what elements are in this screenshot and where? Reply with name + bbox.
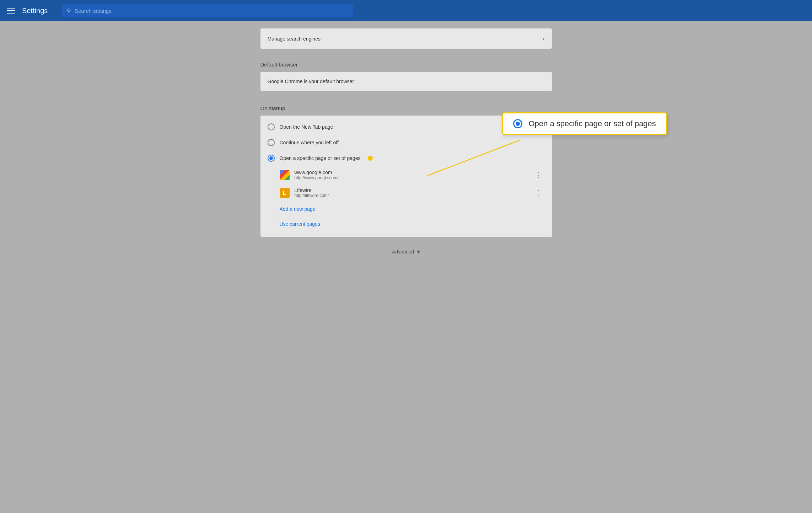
site-entry-lifewire: L Lifewire http://lifewire.com/ ⋮ <box>260 184 552 202</box>
callout-marker <box>368 156 373 161</box>
radio-label-new-tab: Open the New Tab page <box>280 124 333 130</box>
radio-label-specific: Open a specific page or set of pages <box>280 155 361 161</box>
callout-container: Open a specific page or set of pages <box>502 112 667 135</box>
google-favicon <box>280 170 290 180</box>
chevron-right-icon: › <box>543 35 545 42</box>
lifewire-favicon: L <box>280 188 290 198</box>
lifewire-site-name: Lifewire <box>295 187 528 193</box>
add-new-page-row: Add a new page <box>260 202 552 217</box>
advanced-chevron-icon: ▾ <box>417 248 420 256</box>
use-current-pages-row: Use current pages <box>260 217 552 231</box>
google-site-info: www.google.com http://www.google.com/ <box>295 170 528 180</box>
radio-row-specific[interactable]: Open a specific page or set of pages <box>260 150 552 166</box>
on-startup-section: On startup Open the New Tab page Continu… <box>260 98 552 237</box>
lifewire-more-options[interactable]: ⋮ <box>533 187 545 198</box>
advanced-section[interactable]: Advanced ▾ <box>392 237 420 266</box>
manage-search-engines-label: Manage search engines <box>268 36 321 42</box>
manage-search-engines-card: Manage search engines › <box>260 28 552 49</box>
google-more-options[interactable]: ⋮ <box>533 170 545 180</box>
google-site-name: www.google.com <box>295 170 528 175</box>
site-entry-google: www.google.com http://www.google.com/ ⋮ <box>260 166 552 184</box>
default-browser-heading: Default browser <box>260 62 552 68</box>
app-header: Settings ⚲ <box>0 0 812 21</box>
callout-text: Open a specific page or set of pages <box>529 119 656 128</box>
callout-radio-icon <box>513 119 522 128</box>
add-new-page-link[interactable]: Add a new page <box>280 206 316 212</box>
use-current-pages-link[interactable]: Use current pages <box>280 221 320 227</box>
default-browser-card: Google Chrome is your default browser <box>260 72 552 91</box>
menu-icon[interactable] <box>7 8 15 14</box>
google-site-url: http://www.google.com/ <box>295 175 528 180</box>
search-engines-section: Manage search engines › <box>260 28 552 54</box>
default-browser-text: Google Chrome is your default browser <box>268 79 354 84</box>
radio-specific[interactable] <box>268 155 275 162</box>
radio-new-tab[interactable] <box>268 123 275 130</box>
radio-row-continue[interactable]: Continue where you left off <box>260 135 552 150</box>
radio-continue[interactable] <box>268 139 275 146</box>
app-title: Settings <box>22 7 48 15</box>
callout-box: Open a specific page or set of pages <box>502 112 667 135</box>
main-content: Manage search engines › Default browser … <box>0 21 812 513</box>
manage-search-engines-row[interactable]: Manage search engines › <box>260 28 552 49</box>
search-bar: ⚲ <box>62 4 353 17</box>
lifewire-site-info: Lifewire http://lifewire.com/ <box>295 187 528 198</box>
search-input[interactable] <box>75 8 348 14</box>
radio-label-continue: Continue where you left off <box>280 140 339 145</box>
search-icon: ⚲ <box>67 7 71 14</box>
advanced-label: Advanced <box>392 249 414 255</box>
lifewire-site-url: http://lifewire.com/ <box>295 193 528 198</box>
on-startup-heading: On startup <box>260 105 552 111</box>
default-browser-section: Default browser Google Chrome is your de… <box>260 54 552 98</box>
